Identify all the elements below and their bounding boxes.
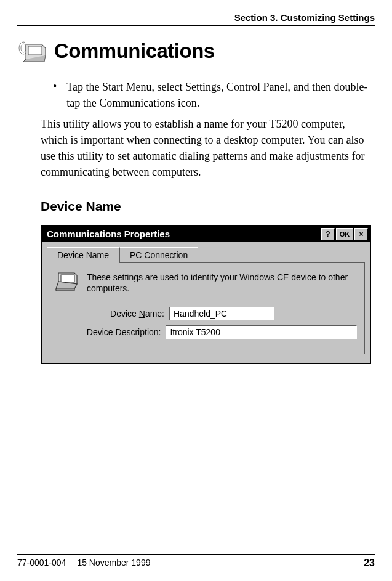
help-button[interactable]: ? xyxy=(321,228,335,240)
tab-device-name[interactable]: Device Name xyxy=(47,247,119,263)
page-number: 23 xyxy=(364,558,375,569)
bullet-item: • Tap the Start Menu, select Settings, C… xyxy=(53,79,371,111)
svg-point-1 xyxy=(21,44,26,52)
laptop-icon xyxy=(55,272,79,295)
close-button[interactable]: × xyxy=(354,228,368,240)
bullet-marker: • xyxy=(53,79,57,111)
window-communications-properties: Communications Properties ? OK × Device … xyxy=(41,225,371,365)
tab-strip: Device Name PC Connection xyxy=(47,247,365,263)
info-text: These settings are used to identify your… xyxy=(87,272,357,295)
svg-rect-3 xyxy=(61,275,74,282)
communications-icon xyxy=(17,39,46,63)
bullet-text: Tap the Start Menu, select Settings, Con… xyxy=(66,79,371,111)
description-paragraph: This utility allows you to establish a n… xyxy=(41,116,371,180)
device-name-input[interactable] xyxy=(169,307,274,320)
window-title: Communications Properties xyxy=(47,229,320,239)
titlebar: Communications Properties ? OK × xyxy=(42,226,370,242)
doc-date: 15 November 1999 xyxy=(77,558,150,569)
title-row: Communications xyxy=(17,39,375,63)
page-title: Communications xyxy=(54,39,215,63)
device-description-row: Device Description: xyxy=(55,325,357,339)
window-body: Device Name PC Connection These settings… xyxy=(42,242,370,364)
device-name-label: Device Name: xyxy=(55,309,169,319)
section-header: Section 3. Customizing Settings xyxy=(17,12,375,26)
doc-number: 77-0001-004 xyxy=(17,558,66,569)
subheading-device-name: Device Name xyxy=(41,199,371,214)
device-description-input[interactable] xyxy=(166,325,357,339)
info-row: These settings are used to identify your… xyxy=(55,272,357,295)
ok-button[interactable]: OK xyxy=(336,228,353,240)
footer: 77-0001-004 15 November 1999 23 xyxy=(17,554,375,569)
device-description-label: Device Description: xyxy=(55,327,166,337)
svg-rect-2 xyxy=(28,46,42,55)
tab-panel: These settings are used to identify your… xyxy=(47,263,365,355)
tab-pc-connection[interactable]: PC Connection xyxy=(119,247,198,262)
body-content: • Tap the Start Menu, select Settings, C… xyxy=(53,79,371,111)
device-name-row: Device Name: xyxy=(55,307,357,320)
